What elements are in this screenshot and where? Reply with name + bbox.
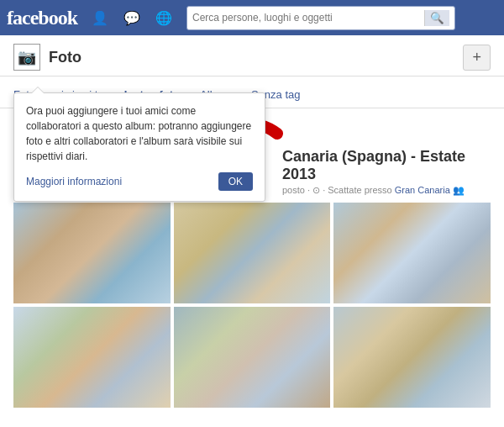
main-content: 📷 Foto + Foto in cui ci sei tu Le tue fo… [0, 35, 504, 427]
album-title: Canaria (Spagna) - Estate 2013 [282, 148, 491, 183]
page-header: 📷 Foto + [0, 35, 504, 76]
photo-cell-6[interactable] [333, 307, 491, 408]
brand-logo[interactable]: facebook [7, 7, 77, 29]
message-icon[interactable]: 💬 [119, 7, 144, 29]
photo-cell-4[interactable] [13, 307, 171, 408]
friends-icon[interactable]: 👤 [87, 7, 113, 29]
album-collab-icon: 👥 [453, 185, 465, 195]
photo-cell-3[interactable] [333, 203, 491, 303]
search-bar: 🔍 [186, 6, 455, 30]
photo-cell-1[interactable] [13, 203, 171, 303]
add-photos-button[interactable]: + [463, 45, 491, 71]
album-location-link[interactable]: Gran Canaria [395, 185, 450, 195]
tooltip-footer: Maggiori informazioni OK [26, 172, 253, 191]
tooltip-text: Ora puoi aggiungere i tuoi amici come co… [26, 103, 253, 164]
search-input[interactable] [192, 12, 421, 24]
photo-cell-2[interactable] [174, 203, 331, 303]
photo-grid [13, 203, 491, 408]
ok-button[interactable]: OK [218, 172, 253, 191]
page-title: Foto [49, 49, 81, 66]
photo-cell-5[interactable] [174, 307, 331, 408]
globe-icon[interactable]: 🌐 [151, 7, 176, 29]
album-meta: posto · ⊙ · Scattate presso Gran Canaria… [282, 185, 491, 196]
album-meta-text: posto · ⊙ · Scattate presso [282, 185, 392, 195]
photos-page-icon: 📷 [13, 44, 40, 71]
navbar: facebook 👤 💬 🌐 🔍 [0, 0, 504, 35]
more-info-link[interactable]: Maggiori informazioni [26, 176, 122, 187]
tooltip-popup: Ora puoi aggiungere i tuoi amici come co… [13, 92, 265, 202]
search-button[interactable]: 🔍 [424, 10, 449, 26]
